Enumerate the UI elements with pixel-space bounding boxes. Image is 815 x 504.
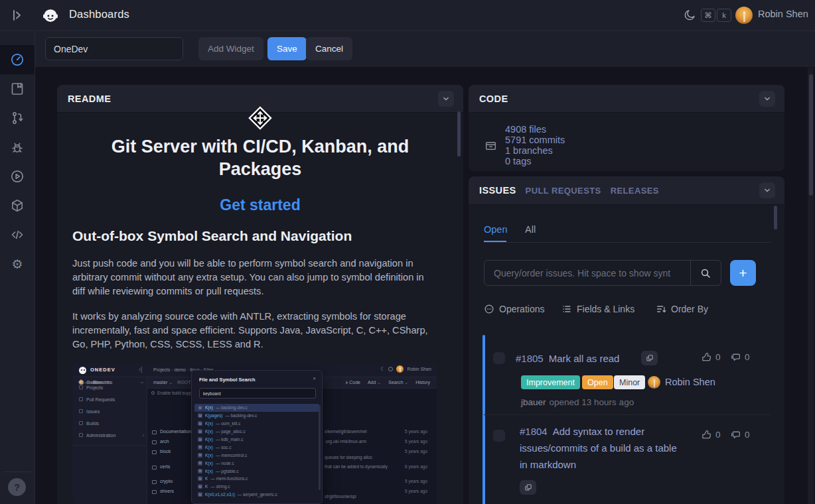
readme-widget-title: README <box>68 94 111 104</box>
label-badge[interactable]: Minor <box>614 375 645 389</box>
comments-button[interactable]: 0 <box>730 429 750 440</box>
mini-result-row: M K(x) memcontrol.c <box>194 451 319 459</box>
user-avatar[interactable] <box>735 7 753 24</box>
mini-collapse-icon: ‹| <box>139 366 142 373</box>
projects-book-icon <box>10 82 25 96</box>
issue-link[interactable]: #1804Add syntax to render issues/commits… <box>520 423 679 473</box>
readme-collapse-button[interactable] <box>438 91 454 107</box>
readme-paragraph-1: Just push code and you will be able to p… <box>72 257 434 298</box>
comment-icon <box>730 351 741 363</box>
readme-heading: Git Server with CI/CD, Kanban, and Packa… <box>84 135 437 180</box>
mini-result-row: M K(pages) backing-dev.c <box>194 412 319 420</box>
tab-issues[interactable]: ISSUES <box>479 185 516 196</box>
onedev-logo-icon[interactable] <box>41 6 60 25</box>
mini-result-row: M K(x0,x1,x2,x3,i) serpent_generic.c <box>194 491 319 499</box>
code-widget-header: CODE <box>469 85 784 113</box>
mini-result-row: M K(x) oom_kill.c <box>194 420 319 428</box>
copy-issue-button[interactable] <box>641 351 658 365</box>
sidebar-item-issues[interactable] <box>0 133 35 162</box>
list-icon <box>561 304 572 314</box>
vote-button[interactable]: 0 <box>701 351 721 363</box>
shortcut-key-cmd: ⌘ <box>701 9 715 22</box>
shortcut-key-k: k <box>717 9 731 22</box>
mini-github-icon <box>388 367 393 371</box>
mini-onedev-logo-icon <box>79 367 86 374</box>
issue-query-input[interactable] <box>484 260 691 286</box>
search-icon <box>700 267 711 279</box>
code-widget: CODE 4908files5791commits1branches0tags <box>469 85 784 171</box>
issue-checkbox[interactable] <box>493 352 505 364</box>
sidebar-item-code[interactable] <box>0 220 35 249</box>
onedev-dashboard-app: Dashboards ⌘ k Robin Shen Add Widget Sav… <box>0 0 815 504</box>
search-button[interactable] <box>690 260 721 286</box>
fields-links-menu[interactable]: Fields & Links <box>561 304 634 314</box>
mini-result-row: M K string.c <box>194 483 319 491</box>
code-stat-link[interactable]: 5791commits <box>505 135 565 145</box>
sidebar-item-projects[interactable] <box>0 74 35 103</box>
mini-sidebar: Projects Pull Requests Issues Builds Adm… <box>72 377 147 504</box>
tab-releases[interactable]: RELEASES <box>611 186 659 196</box>
archive-icon <box>484 139 497 152</box>
issue-checkbox[interactable] <box>493 430 505 442</box>
label-badge[interactable]: Improvement <box>521 375 580 389</box>
code-collapse-button[interactable] <box>759 91 775 107</box>
issue-state-stripe <box>482 335 485 504</box>
comments-button[interactable]: 0 <box>730 351 750 363</box>
issues-collapse-button[interactable] <box>759 182 775 198</box>
sidebar-item-builds[interactable] <box>0 162 35 191</box>
page-scrollbar-thumb[interactable] <box>809 74 813 196</box>
assignee-avatar[interactable] <box>648 376 660 389</box>
copy-icon <box>645 353 654 363</box>
code-stat-link[interactable]: 1branches <box>505 145 565 156</box>
issues-scrollbar-thumb[interactable] <box>774 206 777 229</box>
mini-result-row: M K(x) node.c <box>194 459 319 467</box>
mini-user-avatar <box>396 365 404 373</box>
widget-drag-handle-icon[interactable] <box>248 105 273 131</box>
readme-widget: README Git Server with CI/CD, Kanban, an… <box>57 85 463 504</box>
tab-open[interactable]: Open <box>484 224 507 235</box>
assignee-name[interactable]: Robin Shen <box>665 377 715 387</box>
mini-build-hint: Enable build suppo <box>151 389 194 397</box>
left-sidebar: ⚙ <box>0 31 35 504</box>
vote-button[interactable]: 0 <box>701 429 721 440</box>
sidebar-item-dashboards[interactable] <box>0 45 35 74</box>
page-title: Dashboards <box>69 8 129 21</box>
code-widget-title: CODE <box>479 94 508 104</box>
tab-pull-requests[interactable]: PULL REQUESTS <box>526 186 601 196</box>
moon-icon[interactable] <box>683 9 696 22</box>
sidebar-item-pull-requests[interactable] <box>0 103 35 133</box>
chevron-down-icon <box>763 94 772 103</box>
add-issue-button[interactable]: + <box>730 260 756 286</box>
save-button[interactable]: Save <box>267 37 307 60</box>
mini-result-row: M K mem-functions.c <box>194 475 319 483</box>
issues-widget: ISSUES PULL REQUESTS RELEASES Open All +… <box>469 176 784 504</box>
get-started-link[interactable]: Get started <box>57 196 463 214</box>
readme-subheading: Out-of-box Symbol Search and Navigation <box>72 228 352 244</box>
dashboard-name-input[interactable] <box>45 37 183 60</box>
user-name[interactable]: Robin Shen <box>758 9 808 19</box>
readme-paragraph-2: It works by analyzing source code with A… <box>72 310 434 351</box>
code-stat-link[interactable]: 4908files <box>505 124 565 135</box>
dashboard-gauge-icon <box>10 52 25 67</box>
mini-result-list: M K(x) backing-dev.c M K(pages) backing-… <box>194 404 319 499</box>
operations-menu[interactable]: Operations <box>484 304 544 314</box>
tab-all[interactable]: All <box>525 224 536 235</box>
sidebar-expand-icon[interactable] <box>9 7 25 23</box>
order-by-menu[interactable]: Order By <box>656 304 708 314</box>
sidebar-item-administration[interactable]: ⚙ <box>0 249 35 279</box>
code-stats-row: 4908files5791commits1branches0tags <box>484 124 565 166</box>
mini-search-input <box>199 388 316 399</box>
label-badge[interactable]: Open <box>582 375 613 389</box>
readme-scrollbar-thumb[interactable] <box>457 111 461 157</box>
code-stat-link[interactable]: 0tags <box>505 156 565 166</box>
add-widget-button[interactable]: Add Widget <box>198 37 263 60</box>
issue-link[interactable]: #1805Mark all as read <box>516 350 619 367</box>
thumbs-up-icon <box>701 351 712 363</box>
cancel-button[interactable]: Cancel <box>306 37 352 60</box>
mini-modal-scrollbar <box>319 405 321 490</box>
chevron-down-icon <box>441 94 451 103</box>
help-icon[interactable] <box>8 478 26 496</box>
mini-result-row: M K(x) page_alloc.c <box>194 428 319 436</box>
copy-issue-button[interactable] <box>520 480 536 495</box>
sidebar-item-packages[interactable] <box>0 191 35 220</box>
